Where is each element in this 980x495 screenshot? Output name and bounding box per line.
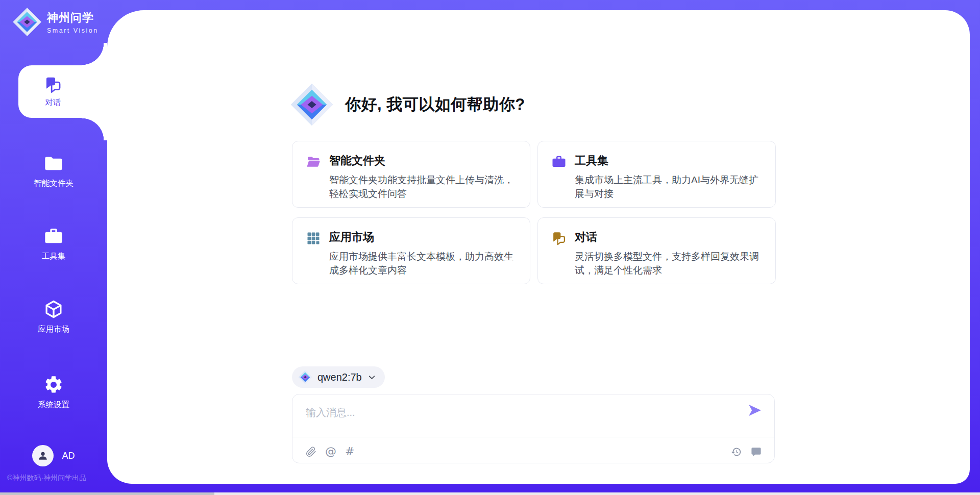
chat-bubbles-icon [551,231,567,272]
comment-icon [750,446,762,458]
paperclip-icon [306,447,316,457]
gear-icon [43,375,64,395]
conversation-button[interactable] [750,446,762,458]
history-button[interactable] [731,447,742,457]
avatar [32,445,54,466]
app-logo: 神州问学 Smart Vision [12,7,99,37]
app-tagline: Smart Vision [47,27,99,34]
history-icon [731,447,742,457]
sidebar-item-settings[interactable]: 系统设置 [0,375,107,410]
composer-toolbar: @ # [306,443,762,460]
sidebar-item-label: 系统设置 [38,400,69,410]
chat-icon [44,76,62,94]
card-title: 对话 [575,230,762,245]
composer-divider [292,437,774,437]
main-panel: 你好, 我可以如何帮助你? 智能文件夹 智能文件夹功能支持批量文件上传与清洗，轻… [107,10,970,484]
send-icon [747,403,763,418]
user-avatar-icon [36,449,50,462]
sidebar: 神州问学 Smart Vision 对话 智能文件夹 工具集 应用市场 系统设置… [0,0,107,495]
app-logo-diamond-icon [12,7,42,37]
card-title: 应用市场 [329,230,517,245]
model-name: qwen2:7b [317,372,362,383]
sidebar-item-label: 应用市场 [38,324,69,335]
app-logo-diamond-icon [290,83,334,127]
tab-connector-top [82,43,107,65]
sidebar-item-toolkit[interactable]: 工具集 [0,226,107,262]
message-composer: @ # [292,394,775,463]
feature-cards: 智能文件夹 智能文件夹功能支持批量文件上传与清洗，轻松实现文件问答 工具集 集成… [292,141,776,284]
sidebar-item-app-market[interactable]: 应用市场 [0,299,107,335]
attach-file-button[interactable] [306,447,316,457]
mention-button[interactable]: @ [325,446,336,457]
card-description: 灵活切换多模型文件，支持多样回复效果调试，满足个性化需求 [575,250,762,278]
card-chat[interactable]: 对话 灵活切换多模型文件，支持多样回复效果调试，满足个性化需求 [537,217,776,284]
card-app-market[interactable]: 应用市场 应用市场提供丰富长文本模板，助力高效生成多样化文章内容 [292,217,530,284]
send-button[interactable] [747,403,763,419]
briefcase-icon [551,154,567,195]
sidebar-item-label: 对话 [45,97,61,108]
user-initials: AD [62,451,75,461]
app-name: 神州问学 [47,10,99,26]
message-input[interactable] [306,405,734,420]
card-smart-folder[interactable]: 智能文件夹 智能文件夹功能支持批量文件上传与清洗，轻松实现文件问答 [292,141,530,208]
folder-open-icon [306,154,321,195]
briefcase-icon [43,226,64,246]
hashtag-button[interactable]: # [345,446,354,457]
card-title: 工具集 [575,153,762,168]
sidebar-item-label: 智能文件夹 [34,178,74,189]
sidebar-item-smart-folder[interactable]: 智能文件夹 [0,153,107,189]
composer-toolbar-right [722,446,762,458]
copyright-note: ©神州数码·神州问学出品 [7,474,86,483]
cube-icon [43,299,64,319]
chevron-down-icon [367,373,377,382]
card-title: 智能文件夹 [329,153,517,168]
model-logo-diamond-icon [298,370,312,384]
grid-icon [306,231,321,272]
model-selector[interactable]: qwen2:7b [292,366,385,388]
card-description: 集成市场上主流工具，助力AI与外界无缝扩展与对接 [575,174,762,201]
greeting-block: 你好, 我可以如何帮助你? [290,83,525,127]
tab-connector-bottom [82,118,107,140]
greeting-title: 你好, 我可以如何帮助你? [345,94,525,115]
sidebar-item-label: 工具集 [42,251,66,262]
folder-icon [43,153,64,174]
horizontal-scrollbar-track[interactable] [0,492,980,495]
card-toolkit[interactable]: 工具集 集成市场上主流工具，助力AI与外界无缝扩展与对接 [537,141,776,208]
sidebar-item-chat[interactable]: 对话 [18,65,109,118]
card-description: 智能文件夹功能支持批量文件上传与清洗，轻松实现文件问答 [329,174,517,201]
card-description: 应用市场提供丰富长文本模板，助力高效生成多样化文章内容 [329,250,517,278]
user-profile[interactable]: AD [0,445,107,466]
horizontal-scrollbar-thumb[interactable] [0,492,214,495]
